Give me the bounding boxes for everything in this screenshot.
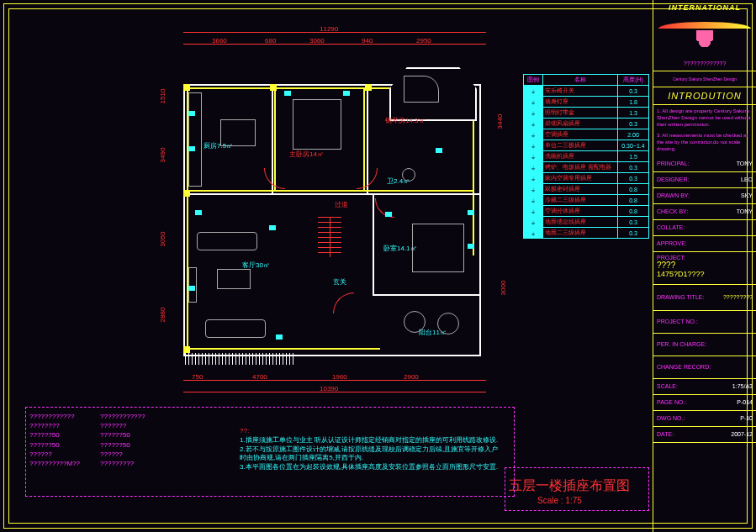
legend-name: 空调插座 — [543, 129, 618, 140]
intro-3: 3. All measurements must be checked at t… — [657, 133, 753, 152]
dim-left-4: 2880 — [159, 308, 167, 323]
intro-title: INTRODUTION — [653, 87, 756, 105]
wall-v3 — [373, 193, 374, 296]
tb-val: LEO — [741, 176, 753, 182]
stair — [318, 217, 352, 267]
project-v1: ???? — [657, 261, 675, 270]
tb-key: APPROVE: — [657, 240, 687, 246]
legend-name: 单位二三极插座 — [543, 140, 618, 151]
chg-k: CHANGE RECORD: — [657, 364, 711, 370]
legend-ht: 0.8 — [618, 195, 649, 206]
note-frame — [25, 407, 515, 497]
col5 — [183, 346, 190, 353]
tb-key: DESIGNER: — [657, 176, 690, 182]
dwg-k: DWG NO.: — [657, 415, 685, 421]
outlet — [284, 91, 291, 96]
dim-bot-total-val: 10390 — [320, 385, 338, 392]
cad-canvas[interactable]: 11290 3660 680 3060 940 2950 1510 3490 3… — [0, 0, 756, 532]
projno-k: PROJECT NO.: — [657, 319, 698, 324]
legend-name: 排烟风扇插座 — [543, 119, 618, 129]
col1 — [183, 84, 190, 91]
swoosh-icon — [658, 22, 751, 29]
legend-name: 墙身灯座 — [543, 97, 618, 108]
legend-ht: 0.3 — [618, 119, 649, 129]
tb-key: DRAWN BY: — [657, 192, 690, 198]
legend-icon: ⏚ — [524, 119, 543, 129]
legend-ht: 1.8 — [618, 97, 649, 108]
scale-k: SCALE: — [657, 383, 678, 389]
legend-name: 安乐椅开关 — [543, 86, 618, 97]
dim-bot-3: 1960 — [332, 373, 347, 381]
wall-h1 — [183, 193, 479, 195]
intl-header: INTERNATIONAL — [653, 0, 756, 15]
title-frame — [505, 467, 649, 511]
legend-ht: 1.3 — [618, 108, 649, 119]
dim-top-1: 3660 — [212, 37, 227, 45]
legend-ht: 0.30~1.4 — [618, 140, 649, 151]
outlet — [436, 148, 442, 153]
furn-tv — [188, 267, 197, 303]
legend-name: 冷藏二三级插座 — [543, 195, 618, 206]
lbl-corr: 过道 — [335, 200, 348, 209]
furn-chair2 — [437, 313, 459, 334]
dim-right-1: 3440 — [496, 114, 504, 129]
legend-icon: ⏚ — [524, 151, 543, 162]
legend-ht: 0.3 — [618, 162, 649, 173]
furn-sofa2 — [205, 319, 266, 338]
legend-icon: ⏚ — [524, 129, 543, 140]
dwg-title-k: DRAWING TITLE: — [657, 294, 704, 300]
legend-name: 家内空调专用插座 — [543, 173, 618, 184]
lbl-entry: 玄关 — [333, 277, 346, 287]
legend-icon: ⏚ — [524, 228, 543, 239]
furn-bed1 — [293, 99, 341, 150]
legend-icon: ⏚ — [524, 195, 543, 206]
company-en: Century Sakura ShenZhen Design — [673, 76, 737, 82]
outlet — [188, 111, 195, 116]
legend-ht: 2.00 — [618, 129, 649, 140]
logo — [653, 15, 756, 55]
tb-key: PRINCIPAL: — [657, 161, 689, 166]
legend-ht: 0.3 — [618, 228, 649, 239]
dim-top-3: 3060 — [309, 37, 325, 45]
wall-outer-y2 — [187, 348, 380, 350]
dwg-v: P-10 — [740, 415, 753, 421]
legend-ht: 0.3 — [618, 217, 649, 228]
floorplan: 厨房7.5㎡ 主卧房14㎡ 钢琴房14.3㎡ 卫2.4㎡ 过道 客厅30㎡ 卧室… — [183, 67, 486, 361]
dim-left-2: 3490 — [159, 148, 167, 163]
legend-h1: 图例 — [524, 75, 543, 86]
pic-k: PER. IN CHARGE: — [657, 341, 706, 347]
legend-name: 照明灯带盒 — [543, 108, 618, 119]
legend-icon: ⏚ — [524, 108, 543, 119]
col2 — [270, 84, 277, 91]
tb-val: SKY — [741, 192, 753, 198]
tb-key: CHECK BY: — [657, 208, 688, 214]
furn-coffee — [217, 269, 251, 289]
dwg-title-v: ????????? — [723, 294, 753, 300]
lbl-bed1: 主卧房14㎡ — [289, 150, 324, 159]
legend-h3: 高度(H) — [618, 75, 649, 86]
legend-ht: 1.5 — [618, 151, 649, 162]
legend-name: 地面二三级插座 — [543, 228, 618, 239]
outlet — [468, 210, 474, 215]
legend-ht: 0.3 — [618, 86, 649, 97]
legend-icon: ⏚ — [524, 86, 543, 97]
legend-h2: 名称 — [543, 75, 618, 86]
dim-bot-2: 4700 — [252, 373, 267, 381]
legend-name: 空调分体插座 — [543, 206, 618, 217]
legend-icon: ⏚ — [524, 184, 543, 195]
furn-piano — [404, 76, 439, 103]
legend-icon: ⏚ — [524, 97, 543, 108]
dim-top-seg — [183, 44, 486, 45]
furn-table — [220, 119, 256, 146]
lbl-piano: 钢琴房14.3㎡ — [385, 116, 426, 125]
outlet — [343, 91, 350, 96]
dim-top-total-val: 11290 — [320, 25, 338, 33]
furn-chair1 — [404, 311, 426, 333]
dim-left-1: 1510 — [159, 89, 167, 104]
dim-top-2: 680 — [265, 37, 276, 45]
legend-name: 双极密封插座 — [543, 184, 618, 195]
outlet — [195, 210, 202, 215]
outlet — [276, 334, 283, 340]
furn-wc — [402, 168, 415, 182]
legend-icon: ⏚ — [524, 206, 543, 217]
